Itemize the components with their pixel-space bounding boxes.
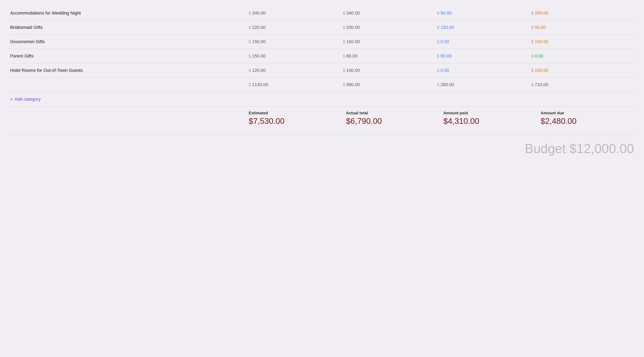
summary-paid: Amount paid $4,310.00 xyxy=(441,109,539,129)
row-estimated: $ 120.00 xyxy=(246,63,341,78)
row-paid: $ 0.00 xyxy=(435,35,529,49)
row-due: $ 100.00 xyxy=(529,63,636,78)
add-category-row: + Add category xyxy=(8,92,636,107)
plus-icon: + xyxy=(10,96,13,102)
dollar-sign-icon: $ xyxy=(437,11,439,16)
row-due: $ 0.00 xyxy=(529,49,636,63)
estimated-label: Estimated xyxy=(248,111,342,115)
row-due: $ 290.00 xyxy=(529,6,636,20)
row-actual: $ 100.00 xyxy=(341,63,435,78)
table-row: Groomsmen Gifts $ 150.00 $ 150.00 $ 0.00 xyxy=(8,35,636,49)
dollar-sign-icon: $ xyxy=(343,11,345,16)
total-paid: $ 280.00 xyxy=(435,78,529,92)
dollar-sign-icon: $ xyxy=(531,68,534,73)
budget-total: Budget $12,000.00 xyxy=(525,142,634,156)
due-value: $2,480.00 xyxy=(540,116,634,126)
row-paid: $ 150.00 xyxy=(435,20,529,35)
dollar-sign-icon: $ xyxy=(343,25,345,30)
row-estimated: $ 150.00 xyxy=(246,35,341,49)
dollar-sign-icon: $ xyxy=(437,40,439,44)
row-name: Groomsmen Gifts xyxy=(8,35,246,49)
summary-due: Amount due $2,480.00 xyxy=(538,109,636,129)
total-due: $ 710.00 xyxy=(529,78,636,92)
dollar-sign-icon: $ xyxy=(437,25,439,30)
row-actual: $ 80.00 xyxy=(341,49,435,63)
dollar-sign-icon: $ xyxy=(531,11,534,16)
table-row: Bridesmaid Gifts $ 220.00 $ 200.00 $ 150… xyxy=(8,20,636,35)
row-actual: $ 200.00 xyxy=(341,20,435,35)
paid-value: $4,310.00 xyxy=(444,116,537,126)
row-name: Accommodations for Wedding Night xyxy=(8,6,246,20)
row-name: Hotel Rooms for Out-of-Town Guests xyxy=(8,63,246,78)
row-name: Bridesmaid Gifts xyxy=(8,20,246,35)
budget-table: Accommodations for Wedding Night $ 340.0… xyxy=(8,6,636,107)
dollar-sign-icon: $ xyxy=(437,68,439,73)
row-actual: $ 340.00 xyxy=(341,6,435,20)
row-actual: $ 150.00 xyxy=(341,35,435,49)
dollar-sign-icon: $ xyxy=(248,11,251,16)
table-row: Accommodations for Wedding Night $ 340.0… xyxy=(8,6,636,20)
row-estimated: $ 150.00 xyxy=(246,49,341,63)
total-estimated: $ 1130.00 xyxy=(246,78,341,92)
actual-label: Actual total xyxy=(346,111,439,115)
summary-estimated: Estimated $7,530.00 xyxy=(246,109,344,129)
dollar-sign-icon: $ xyxy=(531,25,534,30)
row-estimated: $ 220.00 xyxy=(246,20,341,35)
summary-actual: Actual total $6,790.00 xyxy=(344,109,441,129)
due-label: Amount due xyxy=(540,111,634,115)
paid-label: Amount paid xyxy=(444,111,537,115)
dollar-sign-icon: $ xyxy=(343,68,345,73)
dollar-sign-icon: $ xyxy=(437,54,439,58)
dollar-sign-icon: $ xyxy=(531,40,534,44)
summary-grid: Estimated $7,530.00 Actual total $6,790.… xyxy=(246,109,636,129)
dollar-sign-icon: $ xyxy=(248,40,251,44)
table-row: Parent Gifts $ 150.00 $ 80.00 $ 80.00 xyxy=(8,49,636,63)
row-due: $ 50.00 xyxy=(529,20,636,35)
row-paid: $ 50.00 xyxy=(435,6,529,20)
row-paid: $ 80.00 xyxy=(435,49,529,63)
dollar-sign-icon: $ xyxy=(248,68,251,73)
dollar-sign-icon: $ xyxy=(248,25,251,30)
row-estimated: $ 340.00 xyxy=(246,6,341,20)
totals-row: $ 1130.00 $ 990.00 $ 280.00 $ 710.00 xyxy=(8,78,636,92)
row-paid: $ 0.00 xyxy=(435,63,529,78)
budget-footer: Budget $12,000.00 xyxy=(8,135,636,156)
table-row: Hotel Rooms for Out-of-Town Guests $ 120… xyxy=(8,63,636,78)
dollar-sign-icon: $ xyxy=(343,40,345,44)
add-category-label: Add category xyxy=(14,96,41,102)
dollar-sign-icon: $ xyxy=(343,54,345,58)
dollar-sign-icon: $ xyxy=(248,54,251,58)
row-name: Parent Gifts xyxy=(8,49,246,63)
dollar-sign-icon: $ xyxy=(531,54,534,58)
actual-value: $6,790.00 xyxy=(346,116,439,126)
row-due: $ 150.00 xyxy=(529,35,636,49)
total-actual: $ 990.00 xyxy=(341,78,435,92)
estimated-value: $7,530.00 xyxy=(248,116,342,126)
add-category-button[interactable]: + Add category xyxy=(10,96,41,102)
summary-section: Estimated $7,530.00 Actual total $6,790.… xyxy=(8,109,636,129)
